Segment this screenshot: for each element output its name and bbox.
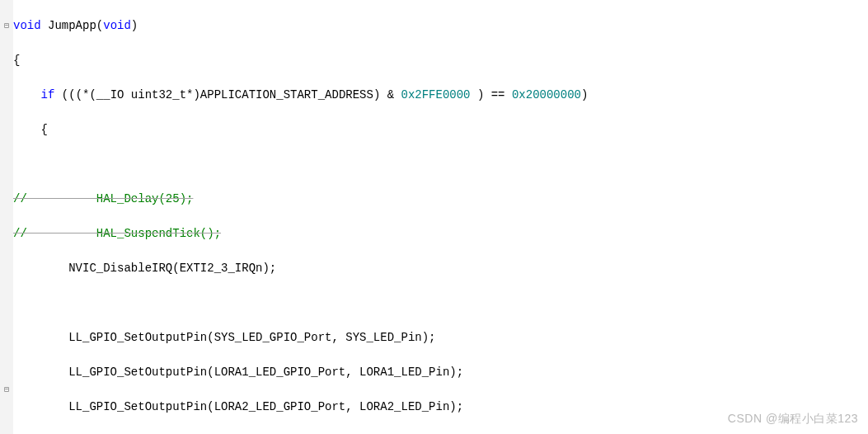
fold-marker[interactable] — [0, 260, 13, 277]
code-line: if (((*(__IO uint32_t*)APPLICATION_START… — [13, 87, 868, 104]
code-line — [13, 295, 868, 312]
comment: // HAL_Delay(25); — [13, 192, 193, 205]
code-line — [13, 156, 868, 173]
fold-marker[interactable] — [0, 156, 13, 173]
code-line: LL_GPIO_SetOutputPin(SYS_LED_GPIO_Port, … — [13, 329, 868, 347]
fold-marker[interactable] — [0, 225, 13, 243]
code-text: NVIC_DisableIRQ(EXTI2_3_IRQn); — [13, 262, 276, 275]
code-line: // HAL_Delay(25); — [13, 191, 868, 208]
fold-marker[interactable] — [0, 87, 13, 104]
fold-marker[interactable] — [0, 173, 13, 191]
code-text: { — [13, 54, 20, 67]
number: 0x20000000 — [512, 88, 581, 101]
code-line: { — [13, 52, 868, 69]
fold-marker[interactable] — [0, 295, 13, 312]
fold-marker[interactable]: ⊟ — [0, 17, 13, 35]
code-text: LL_GPIO_SetOutputPin(SYS_LED_GPIO_Port, … — [13, 331, 435, 344]
code-area[interactable]: void JumpApp(void) { if (((*(__IO uint32… — [13, 0, 868, 434]
number: 0x2FFE0000 — [401, 88, 471, 101]
code-text: LL_GPIO_SetOutputPin(LORA1_LED_GPIO_Port… — [13, 366, 463, 379]
fold-marker[interactable] — [0, 52, 13, 69]
code-text: (((*(__IO uint32_t*)APPLICATION_START_AD… — [54, 88, 401, 101]
fold-marker[interactable] — [0, 121, 13, 139]
fold-marker[interactable] — [0, 347, 13, 364]
keyword: void — [13, 19, 41, 32]
code-line: void JumpApp(void) — [13, 17, 868, 35]
code-text: ) == — [471, 88, 512, 101]
code-text: ) — [131, 19, 138, 32]
code-text — [13, 88, 41, 101]
code-line: LL_GPIO_SetOutputPin(LORA1_LED_GPIO_Port… — [13, 364, 868, 381]
fold-marker[interactable]: ⊟ — [0, 381, 13, 399]
code-line: LL_GPIO_SetOutputPin(LORA2_LED_GPIO_Port… — [13, 399, 868, 416]
code-text: { — [13, 123, 48, 136]
code-editor: ⊟ ⊟ void JumpApp(void) { if (((*(__IO ui… — [0, 0, 868, 434]
fold-marker[interactable] — [0, 399, 13, 416]
keyword: if — [41, 88, 55, 101]
fold-gutter: ⊟ ⊟ — [0, 0, 13, 434]
comment: // HAL_SuspendTick(); — [13, 227, 221, 240]
fold-marker[interactable] — [0, 104, 13, 121]
fold-marker[interactable] — [0, 277, 13, 295]
fold-marker[interactable] — [0, 329, 13, 347]
fold-marker[interactable] — [0, 208, 13, 225]
code-text: LL_GPIO_SetOutputPin(LORA2_LED_GPIO_Port… — [13, 400, 463, 413]
fold-marker[interactable] — [0, 416, 13, 433]
fold-marker[interactable] — [0, 139, 13, 156]
fold-marker[interactable] — [0, 243, 13, 260]
code-line: { — [13, 121, 868, 139]
fold-marker[interactable] — [0, 312, 13, 329]
code-text: ) — [581, 88, 588, 101]
code-line: // HAL_SuspendTick(); — [13, 225, 868, 243]
code-text: JumpApp — [41, 19, 96, 32]
code-line: NVIC_DisableIRQ(EXTI2_3_IRQn); — [13, 260, 868, 277]
fold-marker[interactable] — [0, 191, 13, 208]
fold-marker[interactable] — [0, 0, 13, 17]
keyword: void — [103, 19, 131, 32]
fold-marker[interactable] — [0, 35, 13, 52]
code-text: ( — [96, 19, 103, 32]
fold-marker[interactable] — [0, 69, 13, 87]
fold-marker[interactable] — [0, 364, 13, 381]
